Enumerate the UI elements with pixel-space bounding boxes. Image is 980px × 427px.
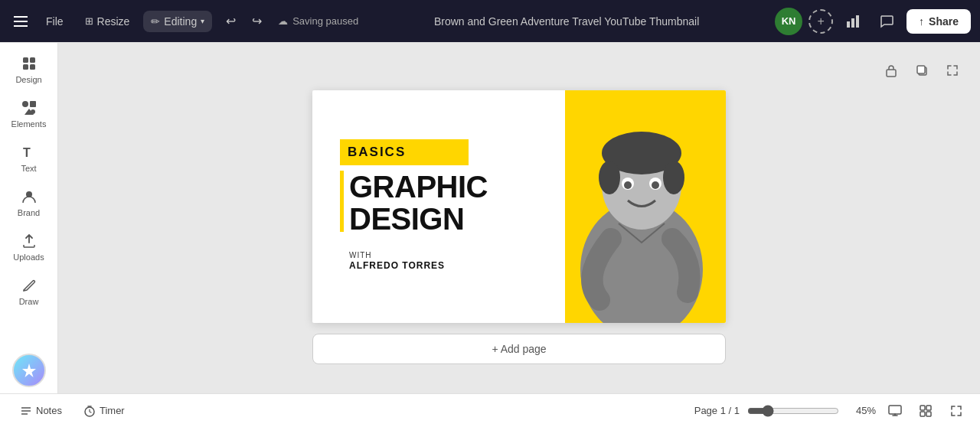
svg-rect-0 xyxy=(847,21,850,28)
sidebar-design-label: Design xyxy=(15,75,41,84)
fullscreen-button[interactable] xyxy=(945,399,968,422)
main-area: Design Elements T Text Brand xyxy=(0,43,980,393)
timer-label: Timer xyxy=(100,405,125,416)
sidebar-uploads-label: Uploads xyxy=(13,253,44,262)
svg-rect-8 xyxy=(30,101,36,107)
svg-rect-6 xyxy=(30,64,35,70)
editing-label: Editing xyxy=(164,15,197,28)
hamburger-line xyxy=(14,25,28,27)
text-icon: T xyxy=(21,144,38,161)
duplicate-icon xyxy=(915,64,929,77)
expand-tool-button[interactable] xyxy=(940,58,965,83)
svg-rect-14 xyxy=(887,70,896,77)
lock-icon xyxy=(884,64,898,77)
undo-button[interactable]: ↩ xyxy=(218,9,243,34)
lock-tool-button[interactable] xyxy=(879,58,903,83)
zoom-slider[interactable] xyxy=(747,405,839,417)
sidebar-text-label: Text xyxy=(21,164,36,173)
sidebar-item-draw[interactable]: Draw xyxy=(3,271,55,312)
analytics-button[interactable] xyxy=(839,8,867,35)
hamburger-line xyxy=(14,21,28,22)
svg-point-25 xyxy=(624,181,632,189)
cloud-icon: ☁ xyxy=(278,15,288,27)
canvas-area: BASICS GRAPHIC DESIGN WITH ALFREDO TORRE… xyxy=(58,43,980,393)
desktop-icon xyxy=(888,405,902,417)
sidebar-item-uploads[interactable]: Uploads xyxy=(3,227,55,268)
svg-rect-34 xyxy=(920,412,925,416)
file-menu-button[interactable]: File xyxy=(38,11,71,32)
grid-view-button[interactable] xyxy=(914,399,937,422)
design-label: DESIGN xyxy=(349,203,488,235)
redo-button[interactable]: ↪ xyxy=(244,9,269,34)
sidebar: Design Elements T Text Brand xyxy=(0,43,58,393)
svg-rect-31 xyxy=(889,406,901,414)
saving-status: ☁ Saving paused xyxy=(278,15,358,27)
share-label: Share xyxy=(929,15,959,28)
notes-label: Notes xyxy=(36,405,62,416)
svg-point-7 xyxy=(22,101,28,107)
thumbnail-canvas[interactable]: BASICS GRAPHIC DESIGN WITH ALFREDO TORRE… xyxy=(312,90,726,323)
svg-rect-32 xyxy=(920,406,925,410)
bottom-bar: Notes Timer Page 1 / 1 45% xyxy=(0,393,980,427)
svg-rect-10 xyxy=(31,109,35,114)
edit-icon: ✏ xyxy=(151,15,160,28)
left-accent-bar xyxy=(340,171,344,232)
undo-redo-group: ↩ ↪ xyxy=(218,9,269,34)
add-page-button[interactable]: + Add page xyxy=(312,334,726,364)
notes-button[interactable]: Notes xyxy=(12,401,70,421)
resize-icon: ⊞ xyxy=(85,15,93,27)
svg-rect-5 xyxy=(23,64,28,70)
share-button[interactable]: ↑ Share xyxy=(906,9,971,34)
basics-text: BASICS xyxy=(348,145,406,160)
design-icon xyxy=(21,55,38,72)
svg-rect-1 xyxy=(851,18,854,28)
document-title: Brown and Green Adventure Travel YouTube… xyxy=(364,15,769,28)
sidebar-elements-label: Elements xyxy=(11,119,47,129)
desktop-view-button[interactable] xyxy=(884,399,906,422)
magic-icon xyxy=(21,362,38,379)
uploads-icon xyxy=(21,233,38,249)
avatar: KN xyxy=(775,8,802,35)
duplicate-tool-button[interactable] xyxy=(910,58,934,83)
person-image xyxy=(557,90,726,323)
svg-rect-33 xyxy=(926,406,931,410)
magic-button[interactable] xyxy=(12,354,46,387)
sidebar-item-design[interactable]: Design xyxy=(3,49,55,90)
editing-button[interactable]: ✏ Editing ▾ xyxy=(143,11,212,32)
topbar-right: KN + ↑ Share xyxy=(775,8,971,35)
grid-icon xyxy=(920,405,932,417)
page-indicator: Page 1 / 1 xyxy=(694,405,740,416)
add-page-label: + Add page xyxy=(492,343,546,355)
svg-rect-16 xyxy=(917,66,925,73)
sidebar-item-brand[interactable]: Brand xyxy=(3,182,55,223)
author-text: ALFREDO TORRES xyxy=(349,260,445,271)
sidebar-item-text[interactable]: T Text xyxy=(3,138,55,179)
add-collaborator-button[interactable]: + xyxy=(808,9,833,34)
expand-icon xyxy=(946,64,959,77)
bottom-right: Page 1 / 1 45% xyxy=(694,399,968,422)
sidebar-draw-label: Draw xyxy=(19,297,39,306)
hamburger-line xyxy=(14,16,28,18)
svg-rect-3 xyxy=(23,57,28,63)
file-label: File xyxy=(46,15,64,28)
svg-point-26 xyxy=(652,181,659,189)
person-silhouette-svg xyxy=(565,101,718,323)
graphic-design-text: GRAPHIC DESIGN xyxy=(349,171,488,235)
bottom-left: Notes Timer xyxy=(12,401,132,421)
graphic-label: GRAPHIC xyxy=(349,171,488,203)
timer-button[interactable]: Timer xyxy=(76,401,132,421)
resize-label: Resize xyxy=(97,15,130,28)
comment-button[interactable] xyxy=(873,8,900,35)
svg-rect-4 xyxy=(30,57,35,63)
draw-icon xyxy=(21,277,38,294)
analytics-icon xyxy=(845,14,861,29)
resize-button[interactable]: ⊞ Resize xyxy=(77,11,138,32)
svg-rect-35 xyxy=(926,412,931,416)
basics-bar: BASICS xyxy=(340,139,469,165)
comment-icon xyxy=(879,14,894,29)
chevron-down-icon: ▾ xyxy=(201,17,204,25)
sidebar-item-elements[interactable]: Elements xyxy=(3,93,55,135)
share-icon: ↑ xyxy=(919,15,924,28)
hamburger-menu-button[interactable] xyxy=(9,11,32,31)
elements-icon xyxy=(21,99,38,116)
